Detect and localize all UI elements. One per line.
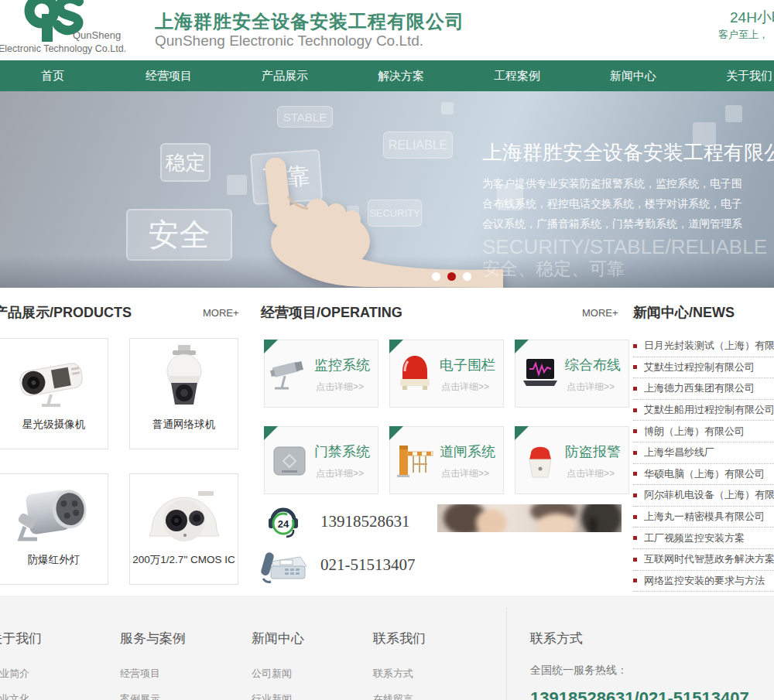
nav-item-cases[interactable]: 工程案例 [459,60,575,91]
products-grid: 星光级摄像机 普通网络球机 [0,338,247,585]
operating-detail-link[interactable]: 点击详细>> [441,467,489,480]
news-item[interactable]: 上海华昌纱线厂 [633,442,774,464]
news-item-text: 艾默生过程控制有限公司 [644,360,755,374]
operating-card-electric-fence[interactable]: 电子围栏 点击详细>> [389,340,504,408]
products-more-link[interactable]: MORE+ [203,307,239,319]
footer-contact-method-title: 联系方式 [530,630,583,647]
siren-icon [520,439,560,483]
products-section-title: 产品展示/PRODUCTS [0,303,132,322]
operating-detail-link[interactable]: 点击详细>> [316,381,364,394]
footer-hotline-label: 全国统一服务热线： [530,664,628,678]
operating-title: 综合布线 [565,356,621,374]
landline-phone-number: 021-51513407 [320,555,416,575]
carousel-dot-1[interactable] [432,272,440,281]
news-bullet-icon [633,515,637,519]
news-item[interactable]: 艾默生过程控制有限公司 [633,357,774,379]
footer-col-services-title: 服务与案例 [120,630,186,647]
carousel-dot-2-active[interactable] [447,272,456,281]
operating-title: 防盗报警 [565,442,621,461]
operating-detail-link[interactable]: 点击详细>> [567,381,615,394]
company-title-cn: 上海群胜安全设备安装工程有限公司 [155,9,464,34]
footer-link-online-message[interactable]: 在线留言 [373,692,413,700]
news-item[interactable]: 博朗（上海）有限公司 [633,421,774,442]
banner-line: 会议系统，广播音箱系统，门禁考勤系统，道闸管理系 [482,213,742,234]
news-item[interactable]: 阿尔菲机电设备（上海）有限 [633,485,774,507]
mobile-phone-number: 13918528631 [320,512,410,531]
customer-service-photo [437,504,622,532]
footer-col-contact-title: 联系我们 [373,630,426,647]
operating-card-cabling[interactable]: 综合布线 点击详细>> [515,340,629,408]
news-item[interactable]: 网络监控安装的要求与方法 [633,571,774,592]
operating-card-access-control[interactable]: 门禁系统 点击详细>> [264,426,378,494]
footer-link-contact-info[interactable]: 联系方式 [373,667,413,681]
operating-title: 门禁系统 [314,442,370,461]
news-bullet-icon [633,344,637,348]
news-item-text: 阿尔菲机电设备（上海）有限 [644,488,774,502]
bullet-camera-image [8,343,101,415]
svg-text:24: 24 [278,518,289,530]
footer-link-company-culture[interactable]: 企业文化 [0,692,29,700]
badge-stable-cn: 稳定 [160,143,211,182]
banner-description: 为客户提供专业安装防盗报警系统，监控系统，电子围 合布线系统，程控电话交换系统，… [482,173,742,234]
footer-link-company-news[interactable]: 公司新闻 [252,667,292,681]
page: QunSheng Electronic Technology Co.Ltd. 上… [0,0,774,700]
news-item[interactable]: 日月光封装测试（上海）有限 [633,336,774,357]
header-hotline-subtitle: 客户至上， [718,28,769,42]
operating-detail-link[interactable]: 点击详细>> [441,381,489,394]
nav-item-about[interactable]: 关于我们 [691,60,774,91]
product-card-ir-lamp[interactable]: 防爆红外灯 [0,473,108,585]
operating-card-surveillance[interactable]: 监控系统 点击详细>> [264,340,378,408]
footer-col-about-title: 关于我们 [0,630,42,647]
decor-square [227,175,247,195]
nav-item-home[interactable]: 首页 [0,60,111,91]
footer: 关于我们 企业简介 企业文化 服务与案例 经营项目 案例展示 新闻中心 公司新闻… [0,596,774,700]
news-item[interactable]: 上海德力西集团有限公司 [633,378,774,400]
footer-link-operating[interactable]: 经营项目 [120,667,160,681]
banner-line: 合布线系统，程控电话交换系统，楼宇对讲系统，电子 [482,193,742,213]
news-bullet-icon [633,536,637,540]
banner-slogan-cn: 安全、稳定、可靠 [482,257,625,281]
news-item-text: 上海德力西集团有限公司 [644,381,755,395]
product-card-bullet-camera[interactable]: 星光级摄像机 [0,338,108,449]
news-item[interactable]: 上海丸一精密模具有限公司 [633,507,774,528]
footer-link-industry-news[interactable]: 行业新闻 [252,692,292,700]
ptz-dome-image [138,343,231,415]
headset-24h-icon: 24 [265,503,302,540]
fax-phone-icon [260,541,310,586]
pointing-hand-image [248,156,503,288]
news-item[interactable]: 艾默生船用过程控制有限公司 [633,400,774,422]
news-item[interactable]: 工厂视频监控安装方案 [633,528,774,549]
footer-link-cases[interactable]: 案例展示 [120,692,160,700]
nav-item-news[interactable]: 新闻中心 [575,60,691,91]
operating-detail-link[interactable]: 点击详细>> [567,467,615,480]
carousel-dots [432,272,471,281]
news-item-text: 日月光封装测试（上海）有限 [644,339,774,353]
product-name: 普通网络球机 [130,418,238,432]
operating-title: 监控系统 [314,356,370,374]
operating-card-barrier-gate[interactable]: 道闸系统 点击详细>> [389,426,504,494]
carousel-dot-3[interactable] [463,272,471,281]
news-item[interactable]: 互联网时代智慧政务解决方案 [633,549,774,571]
news-item-text: 博朗（上海）有限公司 [644,425,745,439]
news-item[interactable]: 华硕电脑（上海）有限公司 [633,464,774,486]
nav-item-solutions[interactable]: 解决方案 [343,60,459,91]
news-bullet-icon [633,408,637,412]
footer-link-company-intro[interactable]: 企业简介 [0,667,29,681]
news-bullet-icon [633,387,637,391]
badge-stable-en: STABLE [277,106,333,128]
news-item-text: 上海丸一精密模具有限公司 [644,510,765,524]
operating-detail-link[interactable]: 点击详细>> [316,467,364,480]
operating-more-link[interactable]: MORE+ [582,307,618,319]
company-title-en: QunSheng Electronic Technology Co.Ltd. [155,32,423,50]
operating-title: 道闸系统 [440,442,495,461]
news-bullet-icon [633,451,637,455]
news-item-text: 工厂视频监控安装方案 [644,531,745,545]
nav-item-products[interactable]: 产品展示 [227,60,343,91]
news-item-text: 网络监控安装的要求与方法 [644,574,765,588]
operating-card-burglar-alarm[interactable]: 防盗报警 点击详细>> [515,426,629,494]
product-card-ptz-dome[interactable]: 普通网络球机 [129,338,238,449]
nav-item-operating[interactable]: 经营项目 [111,60,227,91]
news-item-text: 互联网时代智慧政务解决方案 [644,552,774,566]
product-card-turret-camera[interactable]: 200万1/2.7" CMOS IC [129,473,238,585]
ir-lamp-image [8,479,101,550]
